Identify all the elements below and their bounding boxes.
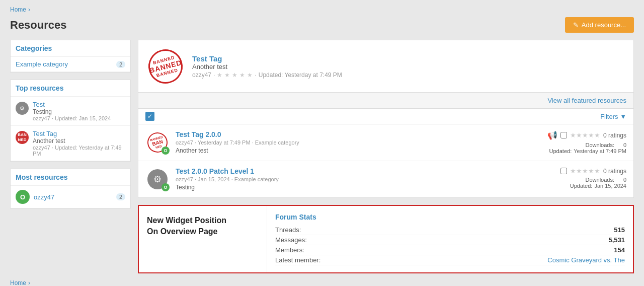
banned-icon: BANNED	[16, 131, 29, 144]
stat-row-updated: Updated: Yesterday at 7:49 PM	[536, 148, 626, 154]
top-resource-info: Test Testing ozzy47 · Updated: Jan 15, 2…	[33, 101, 111, 121]
threads-value: 515	[614, 226, 625, 234]
messages-label: Messages:	[275, 236, 307, 244]
categories-title: Categories	[11, 40, 130, 57]
downloads-label: Downloads:	[586, 177, 614, 183]
sidebar: Categories Example category 2 Top resour…	[10, 40, 131, 273]
resource-row-desc: Another test	[176, 147, 530, 154]
featured-dot2: ·	[255, 72, 256, 79]
featured-dot: ·	[213, 72, 215, 79]
forum-stats-title: Forum Stats	[275, 213, 625, 221]
top-resource-name-testtag[interactable]: Test Tag	[33, 130, 125, 137]
breadcrumb: Home ›	[10, 6, 634, 13]
updated-label: Updated:	[549, 148, 572, 154]
list-item: BANNED Test Tag Another test ozzy47 · Up…	[11, 126, 130, 161]
most-resources-section: Most resources O ozzy47 2	[10, 169, 131, 208]
forum-stats-panel: Forum Stats Threads: 515 Messages: 5,531…	[267, 206, 633, 272]
top-resource-desc: Another test	[33, 137, 125, 145]
breadcrumb-sep: ›	[28, 6, 30, 13]
select-all-checkbox[interactable]: ✓	[145, 112, 154, 121]
stat-row-downloads: Downloads: 0	[536, 142, 626, 148]
stat-line-members: Members: 154	[275, 245, 625, 255]
main-content: Categories Example category 2 Top resour…	[10, 40, 634, 273]
downloads-label: Downloads:	[586, 142, 614, 148]
stat-line-threads: Threads: 515	[275, 225, 625, 235]
resource-main: Test Tag 2.0.0 ozzy47 · Yesterday at 7:4…	[176, 130, 530, 154]
resource-row-meta: ozzy47 · Yesterday at 7:49 PM · Example …	[176, 139, 530, 146]
updated-value: Jan 15, 2024	[594, 183, 626, 189]
resource-stats: Downloads: 0 Updated: Yesterday at 7:49 …	[536, 142, 626, 154]
widget-footer: New Widget Position On Overview Page For…	[138, 205, 634, 273]
view-all-link[interactable]: View all featured resources	[547, 97, 626, 104]
stat-row-updated: Updated: Jan 15, 2024	[536, 183, 626, 189]
list-item: ⚙ Test Testing ozzy47 · Updated: Jan 15,…	[11, 97, 130, 126]
members-label: Members:	[275, 246, 304, 254]
table-row: ⚙ O Test 2.0.0 Patch Level 1 ozzy47 · Ja…	[138, 161, 633, 197]
footer-sep: ›	[28, 279, 30, 286]
footer-breadcrumb: Home ›	[10, 279, 634, 286]
add-resource-button[interactable]: ✎ Add resource...	[565, 17, 634, 33]
featured-resource: BANNED BANNED BANNED Test Tag Another te…	[138, 40, 634, 93]
star-3: ★	[232, 72, 237, 79]
resource-stars: ★★★★★	[570, 167, 600, 175]
resource-main: Test 2.0.0 Patch Level 1 ozzy47 · Jan 15…	[176, 167, 530, 191]
star-4: ★	[239, 72, 245, 79]
category-name: Example category	[16, 60, 68, 68]
table-row: BANNED BAN NED O Test Tag 2.0.0 ozzy47 ·…	[138, 124, 633, 161]
resource-stats: Downloads: 0 Updated: Jan 15, 2024	[536, 177, 626, 189]
resource-row-title[interactable]: Test Tag 2.0.0	[176, 130, 530, 138]
widget-title-line2: On Overview Page	[147, 227, 218, 236]
top-resource-desc: Testing	[33, 108, 111, 115]
featured-info: Test Tag Another test ozzy47 · ★ ★ ★ ★ ★…	[192, 54, 625, 79]
members-value: 154	[614, 246, 625, 254]
star-2: ★	[224, 72, 230, 79]
downloads-value: 0	[616, 142, 626, 148]
edit-icon: ✎	[573, 21, 579, 29]
banned-stamp-inner: BANNED BANNED BANNED	[144, 45, 186, 87]
most-resources-title: Most resources	[11, 169, 130, 186]
resource-right-top: 📢 ★★★★★ 0 ratings	[536, 130, 626, 140]
featured-user: ozzy47	[192, 72, 211, 79]
user-resource-count: 2	[116, 193, 125, 200]
gear-icon: ⚙	[16, 102, 29, 115]
updated-label: Updated:	[570, 183, 593, 189]
resource-checkbox[interactable]	[560, 132, 567, 138]
home-link[interactable]: Home	[10, 6, 26, 13]
filter-bar: ✓ Filters ▼	[138, 109, 634, 124]
messages-value: 5,531	[608, 236, 625, 244]
latest-member-link[interactable]: Cosmic Graveyard vs. The	[547, 256, 625, 264]
widget-title-line1: New Widget Position	[147, 216, 226, 225]
user-link-ozzy47[interactable]: ozzy47	[34, 193, 54, 201]
latest-member-label: Latest member:	[275, 256, 320, 264]
page-header: Resources ✎ Add resource...	[10, 17, 634, 33]
resource-right-top: ★★★★★ 0 ratings	[536, 167, 626, 175]
featured-desc: Another test	[192, 63, 625, 70]
top-resource-name-test[interactable]: Test	[33, 101, 111, 108]
top-resource-meta: ozzy47 · Updated: Yesterday at 7:49 PM	[33, 145, 125, 157]
top-resource-meta: ozzy47 · Updated: Jan 15, 2024	[33, 115, 111, 121]
category-count: 2	[116, 61, 125, 68]
featured-updated: Updated: Yesterday at 7:49 PM	[259, 72, 342, 79]
filters-button[interactable]: Filters ▼	[600, 113, 626, 120]
ratings-count: 0 ratings	[603, 132, 626, 139]
threads-label: Threads:	[275, 226, 301, 234]
star-5: ★	[247, 72, 253, 79]
top-resource-info: Test Tag Another test ozzy47 · Updated: …	[33, 130, 125, 157]
stat-line-latest-member: Latest member: Cosmic Graveyard vs. The	[275, 255, 625, 265]
resource-stars: ★★★★★	[570, 131, 600, 139]
resource-right: 📢 ★★★★★ 0 ratings Downloads: 0 Update	[536, 130, 626, 154]
resource-checkbox[interactable]	[560, 168, 567, 174]
featured-title[interactable]: Test Tag	[192, 54, 625, 63]
resource-row-title[interactable]: Test 2.0.0 Patch Level 1	[176, 167, 530, 175]
stat-line-messages: Messages: 5,531	[275, 235, 625, 245]
content-area: BANNED BANNED BANNED Test Tag Another te…	[138, 40, 634, 273]
avatar: O	[16, 190, 30, 204]
downloads-value: 0	[616, 177, 626, 183]
sidebar-item-example-category[interactable]: Example category 2	[11, 57, 130, 72]
widget-left: New Widget Position On Overview Page	[139, 206, 260, 272]
resource-row-meta: ozzy47 · Jan 15, 2024 · Example category	[176, 176, 530, 182]
resource-thumb-gear: ⚙ O	[145, 167, 170, 191]
resource-list: BANNED BAN NED O Test Tag 2.0.0 ozzy47 ·…	[138, 124, 634, 198]
top-resources-section: Top resources ⚙ Test Testing ozzy47 · Up…	[10, 80, 131, 162]
footer-home-link[interactable]: Home	[10, 279, 26, 286]
